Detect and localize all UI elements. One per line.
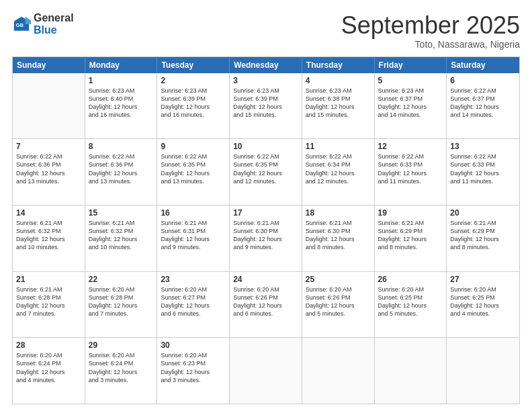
day-info: Sunrise: 6:21 AM Sunset: 6:32 PM Dayligh… [16,219,81,252]
cal-cell [13,73,85,139]
day-info: Sunrise: 6:21 AM Sunset: 6:32 PM Dayligh… [89,219,154,252]
day-number: 21 [16,275,81,284]
logo-text: General Blue [34,12,74,36]
cal-header-cell: Monday [85,57,158,73]
cal-cell: 17Sunrise: 6:21 AM Sunset: 6:30 PM Dayli… [230,205,302,271]
day-info: Sunrise: 6:21 AM Sunset: 6:31 PM Dayligh… [161,219,226,252]
calendar-body: 1Sunrise: 6:23 AM Sunset: 6:40 PM Daylig… [13,73,519,404]
day-info: Sunrise: 6:22 AM Sunset: 6:35 PM Dayligh… [233,152,298,185]
cal-cell: 4Sunrise: 6:23 AM Sunset: 6:38 PM Daylig… [302,73,375,139]
day-info: Sunrise: 6:23 AM Sunset: 6:39 PM Dayligh… [161,87,226,120]
day-info: Sunrise: 6:20 AM Sunset: 6:24 PM Dayligh… [16,351,81,384]
cal-cell [375,338,447,404]
day-number: 22 [89,275,154,284]
day-info: Sunrise: 6:20 AM Sunset: 6:25 PM Dayligh… [378,285,443,318]
cal-cell: 23Sunrise: 6:20 AM Sunset: 6:27 PM Dayli… [157,272,230,338]
day-number: 5 [378,76,443,85]
cal-cell: 22Sunrise: 6:20 AM Sunset: 6:28 PM Dayli… [85,272,158,338]
location-subtitle: Toto, Nassarawa, Nigeria [341,39,520,50]
cal-cell [230,338,302,404]
day-info: Sunrise: 6:22 AM Sunset: 6:34 PM Dayligh… [306,152,371,185]
cal-cell: 18Sunrise: 6:21 AM Sunset: 6:30 PM Dayli… [302,205,375,271]
day-number: 30 [161,340,226,350]
cal-cell: 27Sunrise: 6:20 AM Sunset: 6:25 PM Dayli… [447,272,519,338]
day-info: Sunrise: 6:23 AM Sunset: 6:38 PM Dayligh… [306,87,371,120]
cal-cell: 3Sunrise: 6:23 AM Sunset: 6:39 PM Daylig… [230,73,302,139]
day-info: Sunrise: 6:23 AM Sunset: 6:37 PM Dayligh… [378,87,443,120]
day-info: Sunrise: 6:20 AM Sunset: 6:25 PM Dayligh… [450,285,516,318]
day-info: Sunrise: 6:22 AM Sunset: 6:35 PM Dayligh… [161,152,226,185]
day-number: 1 [89,76,154,85]
day-info: Sunrise: 6:20 AM Sunset: 6:23 PM Dayligh… [161,351,226,384]
cal-cell: 5Sunrise: 6:23 AM Sunset: 6:37 PM Daylig… [375,73,447,139]
day-info: Sunrise: 6:21 AM Sunset: 6:30 PM Dayligh… [306,219,371,252]
cal-cell: 10Sunrise: 6:22 AM Sunset: 6:35 PM Dayli… [230,139,302,205]
cal-header-cell: Thursday [302,57,375,73]
cal-header-cell: Sunday [13,57,85,73]
day-number: 9 [161,142,226,151]
day-number: 15 [89,208,154,218]
cal-row: 28Sunrise: 6:20 AM Sunset: 6:24 PM Dayli… [13,337,519,404]
cal-header-cell: Saturday [447,57,519,73]
cal-cell: 13Sunrise: 6:22 AM Sunset: 6:33 PM Dayli… [447,139,519,205]
cal-cell: 25Sunrise: 6:20 AM Sunset: 6:26 PM Dayli… [302,272,375,338]
day-info: Sunrise: 6:22 AM Sunset: 6:36 PM Dayligh… [89,152,154,185]
day-number: 3 [233,76,298,85]
cal-cell: 15Sunrise: 6:21 AM Sunset: 6:32 PM Dayli… [85,205,158,271]
day-info: Sunrise: 6:22 AM Sunset: 6:33 PM Dayligh… [450,152,516,185]
day-info: Sunrise: 6:23 AM Sunset: 6:40 PM Dayligh… [89,87,154,120]
day-number: 28 [16,340,81,350]
cal-cell: 6Sunrise: 6:22 AM Sunset: 6:37 PM Daylig… [447,73,519,139]
day-info: Sunrise: 6:21 AM Sunset: 6:30 PM Dayligh… [233,219,298,252]
cal-row: 7Sunrise: 6:22 AM Sunset: 6:36 PM Daylig… [13,138,519,205]
day-number: 18 [306,208,371,218]
title-block: September 2025 Toto, Nassarawa, Nigeria [341,12,520,50]
day-info: Sunrise: 6:20 AM Sunset: 6:26 PM Dayligh… [306,285,371,318]
day-number: 8 [89,142,154,151]
day-info: Sunrise: 6:20 AM Sunset: 6:27 PM Dayligh… [161,285,226,318]
calendar-header: SundayMondayTuesdayWednesdayThursdayFrid… [13,57,519,73]
day-number: 19 [378,208,443,218]
day-number: 6 [450,76,516,85]
day-info: Sunrise: 6:22 AM Sunset: 6:36 PM Dayligh… [16,152,81,185]
cal-header-cell: Tuesday [157,57,230,73]
day-number: 10 [233,142,298,151]
svg-marker-1 [26,16,31,24]
day-info: Sunrise: 6:21 AM Sunset: 6:29 PM Dayligh… [450,219,516,252]
cal-cell: 30Sunrise: 6:20 AM Sunset: 6:23 PM Dayli… [157,338,230,404]
cal-cell: 2Sunrise: 6:23 AM Sunset: 6:39 PM Daylig… [157,73,230,139]
day-info: Sunrise: 6:20 AM Sunset: 6:24 PM Dayligh… [89,351,154,384]
cal-cell: 1Sunrise: 6:23 AM Sunset: 6:40 PM Daylig… [85,73,158,139]
cal-cell: 20Sunrise: 6:21 AM Sunset: 6:29 PM Dayli… [447,205,519,271]
cal-row: 14Sunrise: 6:21 AM Sunset: 6:32 PM Dayli… [13,205,519,271]
day-number: 4 [306,76,371,85]
cal-cell: 16Sunrise: 6:21 AM Sunset: 6:31 PM Dayli… [157,205,230,271]
month-title: September 2025 [341,12,520,39]
logo-icon: GB [12,15,31,34]
day-number: 13 [450,142,516,151]
cal-cell: 21Sunrise: 6:21 AM Sunset: 6:28 PM Dayli… [13,272,85,338]
cal-cell: 12Sunrise: 6:22 AM Sunset: 6:33 PM Dayli… [375,139,447,205]
day-number: 23 [161,275,226,284]
cal-cell: 29Sunrise: 6:20 AM Sunset: 6:24 PM Dayli… [85,338,158,404]
cal-cell: 19Sunrise: 6:21 AM Sunset: 6:29 PM Dayli… [375,205,447,271]
cal-cell: 14Sunrise: 6:21 AM Sunset: 6:32 PM Dayli… [13,205,85,271]
header: GB General Blue September 2025 Toto, Nas… [12,12,520,50]
day-number: 24 [233,275,298,284]
day-info: Sunrise: 6:22 AM Sunset: 6:33 PM Dayligh… [378,152,443,185]
day-info: Sunrise: 6:21 AM Sunset: 6:28 PM Dayligh… [16,285,81,318]
cal-cell [447,338,519,404]
cal-cell: 11Sunrise: 6:22 AM Sunset: 6:34 PM Dayli… [302,139,375,205]
day-number: 16 [161,208,226,218]
day-number: 26 [378,275,443,284]
day-info: Sunrise: 6:22 AM Sunset: 6:37 PM Dayligh… [450,87,516,120]
day-number: 12 [378,142,443,151]
cal-row: 1Sunrise: 6:23 AM Sunset: 6:40 PM Daylig… [13,73,519,139]
day-info: Sunrise: 6:21 AM Sunset: 6:29 PM Dayligh… [378,219,443,252]
cal-header-cell: Wednesday [230,57,302,73]
day-number: 14 [16,208,81,218]
cal-cell: 9Sunrise: 6:22 AM Sunset: 6:35 PM Daylig… [157,139,230,205]
cal-row: 21Sunrise: 6:21 AM Sunset: 6:28 PM Dayli… [13,271,519,338]
cal-cell: 7Sunrise: 6:22 AM Sunset: 6:36 PM Daylig… [13,139,85,205]
day-number: 25 [306,275,371,284]
